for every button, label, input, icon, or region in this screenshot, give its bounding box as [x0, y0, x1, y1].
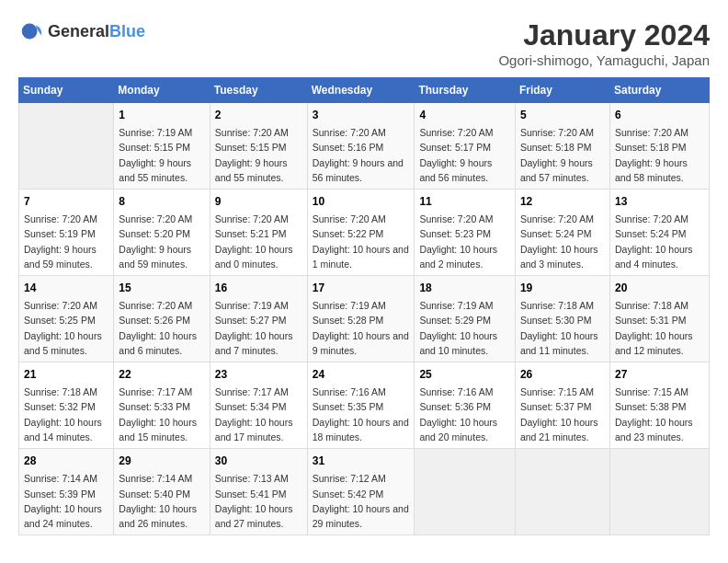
day-info: Sunrise: 7:20 AMSunset: 5:18 PMDaylight:… [615, 125, 704, 185]
day-info: Sunrise: 7:20 AMSunset: 5:24 PMDaylight:… [520, 212, 605, 271]
day-info-line: Daylight: 10 hours and 15 minutes. [119, 415, 204, 445]
day-info-line: Sunset: 5:26 PM [119, 313, 204, 327]
day-info-line: Sunrise: 7:20 AM [520, 125, 605, 140]
day-number: 11 [419, 193, 510, 210]
day-info-line: Daylight: 10 hours and 6 minutes. [119, 328, 204, 359]
calendar-cell [19, 103, 114, 190]
day-info-line: Daylight: 9 hours and 57 minutes. [520, 155, 605, 186]
day-number: 14 [24, 280, 108, 296]
calendar-cell: 24Sunrise: 7:16 AMSunset: 5:35 PMDayligh… [307, 362, 415, 449]
day-info-line: Sunset: 5:15 PM [119, 140, 204, 155]
day-info-line: Sunset: 5:42 PM [313, 487, 410, 501]
day-info-line: Sunrise: 7:20 AM [313, 212, 410, 226]
calendar-cell: 4Sunrise: 7:20 AMSunset: 5:17 PMDaylight… [415, 103, 516, 190]
day-info-line: Sunrise: 7:20 AM [215, 212, 302, 226]
day-number: 16 [215, 280, 302, 296]
calendar-week-3: 14Sunrise: 7:20 AMSunset: 5:25 PMDayligh… [19, 276, 710, 362]
day-info-line: Sunset: 5:33 PM [119, 399, 204, 414]
day-info-line: Sunset: 5:18 PM [615, 140, 704, 155]
day-info-line: Sunset: 5:16 PM [313, 140, 410, 155]
day-info-line: Sunset: 5:22 PM [313, 226, 410, 241]
calendar-cell: 31Sunrise: 7:12 AMSunset: 5:42 PMDayligh… [307, 449, 415, 535]
day-info: Sunrise: 7:20 AMSunset: 5:16 PMDaylight:… [313, 125, 410, 185]
day-info: Sunrise: 7:18 AMSunset: 5:30 PMDaylight:… [520, 298, 605, 358]
calendar-cell: 25Sunrise: 7:16 AMSunset: 5:36 PMDayligh… [415, 362, 516, 449]
page-header: GeneralBlue January 2024 Ogori-shimogo, … [18, 18, 710, 68]
logo-text: GeneralBlue [48, 22, 145, 41]
day-info-line: Daylight: 10 hours and 23 minutes. [615, 415, 704, 445]
day-info: Sunrise: 7:20 AMSunset: 5:20 PMDaylight:… [119, 212, 204, 271]
calendar-cell: 18Sunrise: 7:19 AMSunset: 5:29 PMDayligh… [415, 276, 516, 362]
day-number: 2 [215, 107, 302, 123]
day-number: 30 [215, 453, 302, 469]
day-info-line: Daylight: 10 hours and 5 minutes. [24, 328, 108, 359]
day-info-line: Sunset: 5:31 PM [615, 313, 704, 327]
day-info: Sunrise: 7:18 AMSunset: 5:32 PMDaylight:… [24, 385, 108, 444]
day-info-line: Sunrise: 7:14 AM [119, 471, 204, 486]
day-info: Sunrise: 7:20 AMSunset: 5:17 PMDaylight:… [419, 125, 510, 185]
day-info-line: Sunset: 5:19 PM [24, 226, 108, 241]
day-number: 22 [119, 366, 204, 383]
calendar-cell: 11Sunrise: 7:20 AMSunset: 5:23 PMDayligh… [415, 190, 516, 276]
day-info-line: Sunrise: 7:20 AM [615, 125, 704, 140]
day-info-line: Sunset: 5:24 PM [520, 226, 605, 241]
calendar-week-1: 1Sunrise: 7:19 AMSunset: 5:15 PMDaylight… [19, 103, 710, 190]
day-number: 20 [615, 280, 704, 296]
day-header-monday: Monday [114, 78, 210, 103]
logo-icon [18, 18, 44, 44]
day-info: Sunrise: 7:20 AMSunset: 5:24 PMDaylight:… [615, 212, 704, 271]
day-info-line: Sunrise: 7:15 AM [520, 385, 605, 399]
day-info-line: Sunrise: 7:20 AM [215, 125, 302, 140]
day-number: 9 [215, 193, 302, 210]
day-info-line: Daylight: 9 hours and 58 minutes. [615, 155, 704, 186]
calendar-cell: 7Sunrise: 7:20 AMSunset: 5:19 PMDaylight… [19, 190, 114, 276]
day-info-line: Daylight: 9 hours and 55 minutes. [215, 155, 302, 186]
day-number: 5 [520, 107, 605, 123]
day-info-line: Daylight: 10 hours and 27 minutes. [215, 501, 302, 532]
calendar-cell [609, 449, 709, 535]
day-info-line: Daylight: 9 hours and 59 minutes. [24, 242, 108, 272]
day-header-wednesday: Wednesday [307, 78, 415, 103]
day-info: Sunrise: 7:13 AMSunset: 5:41 PMDaylight:… [215, 471, 302, 531]
day-info: Sunrise: 7:20 AMSunset: 5:15 PMDaylight:… [215, 125, 302, 185]
day-number: 3 [313, 107, 410, 123]
logo-blue: Blue [109, 22, 145, 40]
day-info-line: Daylight: 10 hours and 11 minutes. [520, 328, 605, 359]
calendar-week-2: 7Sunrise: 7:20 AMSunset: 5:19 PMDaylight… [19, 190, 710, 276]
calendar-cell: 29Sunrise: 7:14 AMSunset: 5:40 PMDayligh… [114, 449, 210, 535]
day-info-line: Sunset: 5:27 PM [215, 313, 302, 327]
day-info: Sunrise: 7:16 AMSunset: 5:35 PMDaylight:… [313, 385, 410, 444]
day-info-line: Sunset: 5:21 PM [215, 226, 302, 241]
calendar-cell: 13Sunrise: 7:20 AMSunset: 5:24 PMDayligh… [609, 190, 709, 276]
day-info: Sunrise: 7:20 AMSunset: 5:22 PMDaylight:… [313, 212, 410, 271]
calendar-week-5: 28Sunrise: 7:14 AMSunset: 5:39 PMDayligh… [19, 449, 710, 535]
calendar-cell: 1Sunrise: 7:19 AMSunset: 5:15 PMDaylight… [114, 103, 210, 190]
day-info-line: Sunset: 5:32 PM [24, 399, 108, 414]
day-info: Sunrise: 7:12 AMSunset: 5:42 PMDaylight:… [313, 471, 410, 531]
day-info: Sunrise: 7:15 AMSunset: 5:37 PMDaylight:… [520, 385, 605, 444]
day-number: 10 [313, 193, 410, 210]
day-info-line: Sunrise: 7:20 AM [24, 212, 108, 226]
calendar-cell: 5Sunrise: 7:20 AMSunset: 5:18 PMDaylight… [515, 103, 609, 190]
day-info-line: Sunrise: 7:19 AM [119, 125, 204, 140]
day-info-line: Sunset: 5:28 PM [313, 313, 410, 327]
calendar-cell [515, 449, 609, 535]
day-number: 8 [119, 193, 204, 210]
day-info-line: Sunrise: 7:17 AM [119, 385, 204, 399]
day-info-line: Daylight: 10 hours and 26 minutes. [119, 501, 204, 532]
day-info-line: Daylight: 10 hours and 29 minutes. [313, 501, 410, 532]
day-info-line: Sunrise: 7:20 AM [615, 212, 704, 226]
logo-general: General [48, 22, 109, 40]
calendar-cell: 14Sunrise: 7:20 AMSunset: 5:25 PMDayligh… [19, 276, 114, 362]
day-info-line: Sunset: 5:24 PM [615, 226, 704, 241]
day-number: 13 [615, 193, 704, 210]
calendar-cell [415, 449, 516, 535]
day-info-line: Daylight: 10 hours and 20 minutes. [419, 415, 510, 445]
calendar-cell: 16Sunrise: 7:19 AMSunset: 5:27 PMDayligh… [210, 276, 307, 362]
calendar-cell: 10Sunrise: 7:20 AMSunset: 5:22 PMDayligh… [307, 190, 415, 276]
day-info-line: Daylight: 10 hours and 17 minutes. [215, 415, 302, 445]
calendar-cell: 26Sunrise: 7:15 AMSunset: 5:37 PMDayligh… [515, 362, 609, 449]
calendar-cell: 12Sunrise: 7:20 AMSunset: 5:24 PMDayligh… [515, 190, 609, 276]
calendar-cell: 3Sunrise: 7:20 AMSunset: 5:16 PMDaylight… [307, 103, 415, 190]
day-header-thursday: Thursday [415, 78, 516, 103]
